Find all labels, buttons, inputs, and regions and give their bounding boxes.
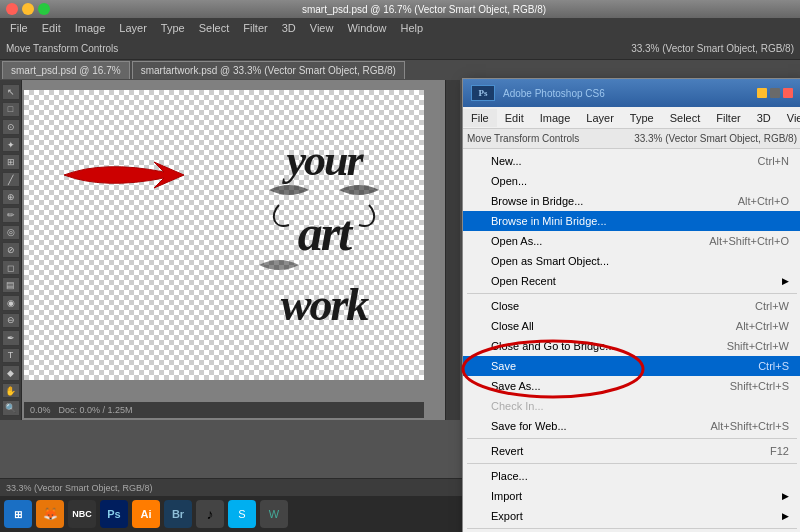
tab-smart-psd[interactable]: smart_psd.psd @ 16.7% (2, 61, 130, 79)
dd-type-menu[interactable]: Type (622, 109, 662, 127)
menu-open-recent[interactable]: Open Recent ▶ (463, 271, 800, 291)
dd-3d-menu[interactable]: 3D (749, 109, 779, 127)
maximize-btn[interactable] (38, 3, 50, 15)
tool-healing[interactable]: ⊕ (2, 189, 20, 205)
close-btn[interactable] (6, 3, 18, 15)
menu-browse-mini-bridge[interactable]: Browse in Mini Bridge... (463, 211, 800, 231)
menu-image[interactable]: Image (69, 20, 112, 36)
menu-browse-bridge[interactable]: Browse in Bridge... Alt+Ctrl+O (463, 191, 800, 211)
dd-restore-btn[interactable] (770, 88, 780, 98)
menu-type[interactable]: Type (155, 20, 191, 36)
menu-save-as[interactable]: Save As... Shift+Ctrl+S (463, 376, 800, 396)
tool-brush[interactable]: ✏ (2, 207, 20, 223)
minimize-btn[interactable] (22, 3, 34, 15)
title-bar: smart_psd.psd @ 16.7% (Vector Smart Obje… (0, 0, 800, 18)
tool-crop[interactable]: ⊞ (2, 154, 20, 170)
tool-history[interactable]: ⊘ (2, 242, 20, 258)
dd-minimize-btn[interactable] (757, 88, 767, 98)
svg-text:your: your (281, 136, 364, 185)
menu-select[interactable]: Select (193, 20, 236, 36)
tool-text[interactable]: T (2, 348, 20, 364)
dd-file-menu[interactable]: File (463, 109, 497, 127)
menu-check-in[interactable]: Check In... (463, 396, 800, 416)
ps-title-text: Adobe Photoshop CS6 (503, 88, 749, 99)
document-tabs: smart_psd.psd @ 16.7% smartartwork.psd @… (0, 60, 800, 80)
tool-pen[interactable]: ✒ (2, 330, 20, 346)
canvas-left-half (24, 90, 224, 380)
menu-3d[interactable]: 3D (276, 20, 302, 36)
menu-open-as[interactable]: Open As... Alt+Shift+Ctrl+O (463, 231, 800, 251)
menu-view[interactable]: View (304, 20, 340, 36)
tool-hand[interactable]: ✋ (2, 383, 20, 399)
canvas-doc-info: Doc: 0.0% / 1.25M (59, 405, 133, 415)
dd-controls-label: Move Transform Controls (467, 133, 579, 144)
taskbar-ai[interactable]: Ai (132, 500, 160, 528)
dd-select-menu[interactable]: Select (662, 109, 709, 127)
dd-image-menu[interactable]: Image (532, 109, 579, 127)
ps-logo: Ps (471, 85, 495, 101)
transform-controls-label: Move Transform Controls (6, 43, 118, 54)
start-button[interactable]: ⊞ (4, 500, 32, 528)
canvas-size-info: 0.0% (30, 405, 51, 415)
tool-move[interactable]: ↖ (2, 84, 20, 100)
taskbar-skype[interactable]: S (228, 500, 256, 528)
tool-zoom[interactable]: 🔍 (2, 400, 20, 416)
tool-eyedropper[interactable]: ╱ (2, 172, 20, 188)
tool-magic-wand[interactable]: ✦ (2, 137, 20, 153)
options-bar: Move Transform Controls 33.3% (Vector Sm… (0, 38, 800, 60)
tool-eraser[interactable]: ◻ (2, 260, 20, 276)
tool-clone[interactable]: ◎ (2, 225, 20, 241)
separator-4 (467, 528, 797, 529)
dd-zoom-label: 33.3% (Vector Smart Object, RGB/8) (634, 133, 797, 144)
menu-place[interactable]: Place... (463, 466, 800, 486)
taskbar-br[interactable]: Br (164, 500, 192, 528)
menu-save[interactable]: Save Ctrl+S (463, 356, 800, 376)
menu-help[interactable]: Help (395, 20, 430, 36)
tool-blur[interactable]: ◉ (2, 295, 20, 311)
menu-save-web[interactable]: Save for Web... Alt+Shift+Ctrl+S (463, 416, 800, 436)
tool-gradient[interactable]: ▤ (2, 277, 20, 293)
document-canvas: your art work (24, 90, 424, 380)
menu-file[interactable]: File (4, 20, 34, 36)
tool-dodge[interactable]: ⊖ (2, 313, 20, 329)
menu-close[interactable]: Close Ctrl+W (463, 296, 800, 316)
svg-text:work: work (281, 279, 370, 330)
separator-1 (467, 293, 797, 294)
menu-filter[interactable]: Filter (237, 20, 273, 36)
taskbar-ps[interactable]: Ps (100, 500, 128, 528)
dd-edit-menu[interactable]: Edit (497, 109, 532, 127)
menu-import[interactable]: Import ▶ (463, 486, 800, 506)
tab-smartartwork[interactable]: smartartwork.psd @ 33.3% (Vector Smart O… (132, 61, 405, 79)
menu-close-all[interactable]: Close All Alt+Ctrl+W (463, 316, 800, 336)
status-info: 33.3% (Vector Smart Object, RGB/8) (6, 483, 153, 493)
red-arrow-indicator (54, 150, 204, 200)
dd-view-menu[interactable]: View (779, 109, 800, 127)
photoshop-window: smart_psd.psd @ 16.7% (Vector Smart Obje… (0, 0, 800, 532)
taskbar-misc[interactable]: W (260, 500, 288, 528)
tool-marquee[interactable]: □ (2, 102, 20, 118)
left-toolbar: ↖ □ ⊙ ✦ ⊞ ╱ ⊕ ✏ ◎ ⊘ ◻ ▤ ◉ ⊖ ✒ T ◆ ✋ 🔍 (0, 80, 22, 420)
menu-edit[interactable]: Edit (36, 20, 67, 36)
menu-window[interactable]: Window (341, 20, 392, 36)
tool-shape[interactable]: ◆ (2, 365, 20, 381)
file-submenu: New... Ctrl+N Open... Browse in Bridge..… (463, 149, 800, 532)
menu-layer[interactable]: Layer (113, 20, 153, 36)
canvas-right-half: your art work (224, 90, 424, 380)
main-menubar: File Edit Image Layer Type Select Filter… (0, 18, 800, 38)
dd-filter-menu[interactable]: Filter (708, 109, 748, 127)
tool-lasso[interactable]: ⊙ (2, 119, 20, 135)
taskbar-firefox[interactable]: 🦊 (36, 500, 64, 528)
menu-open-smart[interactable]: Open as Smart Object... (463, 251, 800, 271)
menu-open[interactable]: Open... (463, 171, 800, 191)
dd-layer-menu[interactable]: Layer (578, 109, 622, 127)
dd-close-btn[interactable] (783, 88, 793, 98)
svg-text:art: art (298, 205, 354, 261)
menu-new[interactable]: New... Ctrl+N (463, 151, 800, 171)
dd-options-bar: Move Transform Controls 33.3% (Vector Sm… (463, 129, 800, 149)
menu-close-go-bridge[interactable]: Close and Go to Bridge... Shift+Ctrl+W (463, 336, 800, 356)
taskbar-media[interactable]: ♪ (196, 500, 224, 528)
zoom-display: 33.3% (Vector Smart Object, RGB/8) (631, 43, 794, 54)
taskbar-nbc[interactable]: NBC (68, 500, 96, 528)
menu-revert[interactable]: Revert F12 (463, 441, 800, 461)
menu-export[interactable]: Export ▶ (463, 506, 800, 526)
